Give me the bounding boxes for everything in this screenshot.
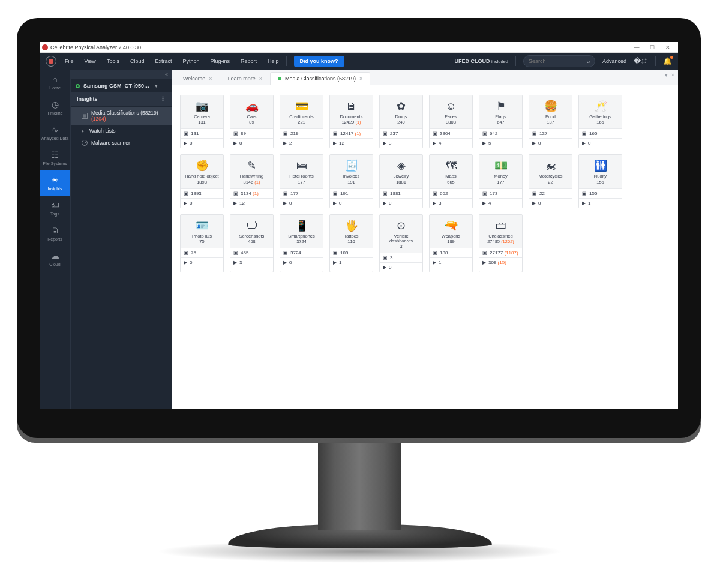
tree-media-classifications[interactable]: ▦ Media Classifications (58219) (1204): [71, 107, 172, 125]
card-header: 🚗 Cars 89: [230, 95, 273, 128]
play-icon: ▶: [482, 140, 486, 146]
category-card[interactable]: ✊ Hand hold object 1893 ▣ 1893 ▶ 0: [180, 154, 224, 208]
category-icon: 🥂: [594, 100, 607, 112]
category-card[interactable]: 📱 Smartphones 3724 ▣ 3724 ▶ 0: [280, 214, 323, 273]
category-card[interactable]: 🚗 Cars 89 ▣ 89 ▶ 0: [230, 95, 274, 148]
card-total: 75: [199, 239, 204, 244]
menu-extract[interactable]: Extract: [155, 58, 172, 64]
rail-cloud[interactable]: ☁ Cloud: [40, 246, 70, 271]
rail-analyzed-data[interactable]: ∿ Analyzed Data: [40, 120, 70, 145]
notifications-icon[interactable]: 🔔: [663, 57, 672, 65]
rail-insights[interactable]: ☀ Insights: [40, 170, 70, 196]
device-name[interactable]: Samsung GSM_GT-i9506 Ga...: [83, 83, 151, 89]
section-more-icon[interactable]: ⋮: [160, 96, 166, 102]
card-image-count: ▣ 3724: [280, 248, 323, 257]
close-icon[interactable]: ×: [209, 76, 212, 82]
category-card[interactable]: 🏍 Motorcycles 22 ▣ 22 ▶ 0: [529, 154, 572, 208]
card-image-count: ▣ 3: [380, 253, 422, 262]
window-maximize-button[interactable]: ☐: [644, 44, 660, 50]
search-box[interactable]: ⌕: [523, 55, 595, 67]
rail-reports[interactable]: 🗎 Reports: [40, 221, 70, 246]
window-titlebar: Cellebrite Physical Analyzer 7.40.0.30 —…: [40, 42, 678, 53]
menu-file[interactable]: File: [65, 58, 74, 64]
category-card[interactable]: 🍔 Food 137 ▣ 137 ▶ 0: [529, 95, 572, 148]
card-total: 3146 (1): [244, 179, 260, 185]
play-icon: ▶: [582, 140, 586, 146]
category-card[interactable]: 💳 Credit cards 221 ▣ 219 ▶ 2: [280, 95, 323, 148]
play-icon: ▶: [433, 140, 436, 146]
card-total: 165: [596, 119, 604, 125]
category-card[interactable]: 🖵 Screenshots 458 ▣ 455 ▶ 3: [230, 214, 274, 273]
separator: [515, 56, 516, 66]
card-image-count: ▣ 75: [181, 248, 223, 257]
card-title: Faces: [445, 115, 457, 119]
play-icon: ▶: [383, 200, 386, 206]
category-card[interactable]: 🗃 Unclassified 27485 (1202) ▣ 27177 (118…: [479, 214, 523, 273]
category-card[interactable]: ☺ Faces 3808 ▣ 3804 ▶ 4: [429, 95, 473, 148]
rail-file-systems[interactable]: ☷ File Systems: [40, 145, 70, 170]
tag-icon: 🏷: [51, 200, 59, 210]
search-icon[interactable]: ⌕: [587, 58, 590, 64]
card-image-count: ▣ 155: [579, 188, 622, 198]
window-close-button[interactable]: ✕: [660, 44, 676, 50]
card-title: Hand hold object: [185, 174, 218, 179]
did-you-know-button[interactable]: Did you know?: [294, 56, 344, 67]
category-card[interactable]: 🥂 Gatherings 165 ▣ 165 ▶ 0: [578, 95, 622, 148]
tree-malware-scanner[interactable]: Malware scanner: [71, 137, 172, 149]
rail-timeline[interactable]: ◷ Timeline: [40, 95, 70, 120]
category-card[interactable]: ◈ Jewelry 1881 ▣ 1881 ▶ 0: [379, 154, 423, 208]
category-card[interactable]: 🚻 Nudity 156 ▣ 155 ▶ 1: [578, 154, 622, 208]
window-minimize-button[interactable]: —: [629, 44, 644, 50]
category-card[interactable]: 🔫 Weapons 189 ▣ 188 ▶ 1: [429, 214, 473, 273]
category-card[interactable]: 🛏 Hotel rooms 177 ▣ 177 ▶ 0: [280, 154, 323, 208]
category-card[interactable]: 📷 Camera 131 ▣ 131 ▶ 0: [180, 95, 224, 148]
category-card[interactable]: 🗎 Documents 12429 (1) ▣ 12417 (1) ▶ 12: [329, 95, 373, 148]
card-header: 🖐 Tattoos 110: [330, 215, 373, 248]
menu-help[interactable]: Help: [268, 58, 279, 64]
image-icon: ▣: [233, 131, 238, 136]
menu-view[interactable]: View: [85, 58, 96, 64]
search-input[interactable]: [529, 58, 587, 64]
tab-dropdown-icon[interactable]: ▾: [665, 72, 668, 78]
menu-plugins[interactable]: Plug-ins: [210, 58, 230, 64]
category-card[interactable]: 🗺 Maps 665 ▣ 662 ▶ 3: [429, 154, 473, 208]
rail-home[interactable]: ⌂ Home: [40, 70, 70, 95]
tab-learn-more[interactable]: Learn more×: [220, 72, 270, 85]
tab-media-classifications[interactable]: Media Classifications (58219)×: [270, 72, 370, 85]
collapse-panel-button[interactable]: «: [71, 70, 172, 79]
card-total: 110: [347, 239, 355, 244]
menu-python[interactable]: Python: [182, 58, 199, 64]
category-card[interactable]: 💵 Money 177 ▣ 173 ▶ 4: [479, 154, 523, 208]
chevron-down-icon[interactable]: ▾: [155, 83, 158, 89]
menu-cloud[interactable]: Cloud: [130, 58, 145, 64]
nav-rail: ⌂ Home ◷ Timeline ∿ Analyzed Data ☷ File…: [40, 70, 71, 409]
card-video-count: ▶ 0: [330, 198, 373, 208]
card-total: 27485 (1202): [487, 239, 514, 244]
menu-report[interactable]: Report: [241, 58, 257, 64]
tab-welcome[interactable]: Welcome×: [175, 72, 220, 85]
tab-bar: Welcome× Learn more× Media Classificatio…: [172, 70, 678, 85]
card-header: 🖵 Screenshots 458: [230, 215, 273, 248]
tab-close-all-icon[interactable]: ×: [671, 72, 674, 78]
card-image-count: ▣ 131: [181, 128, 223, 138]
category-card[interactable]: 🧾 Invoices 191 ▣ 191 ▶ 0: [329, 154, 373, 208]
card-header: 📱 Smartphones 3724: [280, 215, 323, 248]
menu-tools[interactable]: Tools: [107, 58, 119, 64]
category-card[interactable]: ✎ Handwriting 3146 (1) ▣ 3134 (1) ▶ 12: [230, 154, 274, 208]
rail-tags[interactable]: 🏷 Tags: [40, 196, 70, 221]
category-card[interactable]: ⊙ Vehicle dashboards 3 ▣ 3 ▶ 0: [379, 214, 423, 273]
category-card[interactable]: ✿ Drugs 240 ▣ 237 ▶ 3: [379, 95, 423, 148]
category-card[interactable]: ⚑ Flags 647 ▣ 642 ▶ 5: [479, 95, 523, 148]
screenshot-icon[interactable]: �⿻: [634, 57, 648, 65]
category-card[interactable]: 🖐 Tattoos 110 ▣ 109 ▶ 1: [329, 214, 373, 273]
device-more-icon[interactable]: ⋮: [161, 83, 167, 89]
separator: [286, 56, 287, 66]
image-icon: ▣: [532, 131, 537, 136]
card-video-count: ▶ 0: [230, 138, 273, 148]
card-header: 💵 Money 177: [479, 155, 522, 188]
tree-watch-lists[interactable]: Watch Lists: [71, 125, 172, 137]
advanced-search-link[interactable]: Advanced: [602, 58, 626, 64]
close-icon[interactable]: ×: [259, 76, 262, 82]
category-card[interactable]: 🪪 Photo IDs 75 ▣ 75 ▶ 0: [180, 214, 224, 273]
close-icon[interactable]: ×: [359, 76, 362, 82]
